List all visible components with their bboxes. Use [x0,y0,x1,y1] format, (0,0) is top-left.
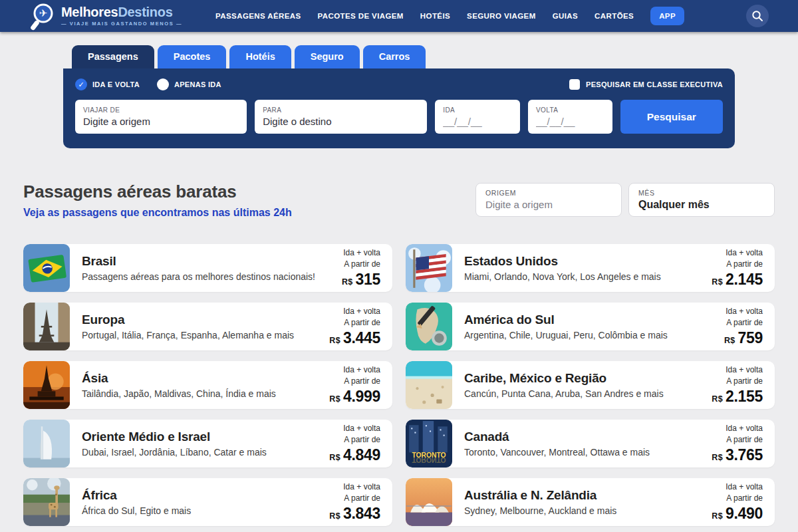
navbar-search-button[interactable] [746,5,769,27]
card-title: Brasil [82,254,332,269]
destination-card[interactable]: Ásia Tailândia, Japão, Maldivas, China, … [23,361,392,409]
price-value: 3.765 [726,446,763,464]
departure-date-field[interactable]: IDA [435,100,520,134]
tab-pacotes[interactable]: Pacotes [158,45,227,68]
from-price-label: A partir de [712,434,763,445]
nav-link[interactable]: SEGURO VIAGEM [467,12,536,20]
toronto-night-thumbnail: TORONTOTORONTO [406,420,452,467]
from-price-label: A partir de [712,259,763,269]
radio-checked-icon: ✓ [75,78,87,90]
card-price-block: Ida + volta A partir de R$ 3.843 [329,481,392,522]
from-price-label: A partir de [329,493,380,503]
asia-temple-thumbnail [23,361,70,409]
price-value: 759 [738,329,763,347]
nav-link[interactable]: GUIAS [553,12,578,20]
destination-card[interactable]: TORONTOTORONTO Canadá Toronto, Vancouver… [406,420,775,467]
price-row: R$ 9.490 [712,505,763,523]
deals-origin-input[interactable] [485,199,612,210]
search-submit-button[interactable]: Pesquisar [620,100,723,134]
from-price-label: A partir de [329,317,380,328]
from-price-label: A partir de [329,434,380,445]
destination-input[interactable] [263,116,419,127]
deals-subtitle-link[interactable]: Veja as passagens que encontramos nas úl… [23,207,292,219]
return-date-input[interactable] [536,116,604,127]
usa-flag-thumbnail [406,244,452,292]
card-price-block: Ida + volta A partir de R$ 2.145 [712,247,775,288]
tab-carros[interactable]: Carros [363,45,426,68]
price-row: R$ 759 [724,329,763,347]
tab-passagens[interactable]: Passagens [72,45,154,68]
card-title: África [82,488,320,503]
card-title: Europa [82,313,320,327]
card-title: Estados Unidos [464,254,702,269]
search-fields-row: VIAJAR DE PARA IDA VOLTA Pesquisar [75,100,723,134]
price-row: R$ 2.155 [712,388,763,406]
currency-symbol: R$ [329,336,340,345]
price-value: 315 [356,271,380,289]
nav-link[interactable]: PACOTES DE VIAGEM [318,12,404,20]
price-value: 3.843 [343,505,380,523]
destination-card[interactable]: África África do Sul, Egito e mais Ida +… [23,478,392,526]
brand-logo[interactable]: ✈ MelhoresDestinos — VIAJE MAIS GASTANDO… [29,1,182,31]
card-title: Canadá [464,430,702,444]
trip-type-options: ✓IDA E VOLTAAPENAS IDA [75,78,221,90]
trip-option[interactable]: APENAS IDA [157,78,221,90]
card-description: Miami, Orlando, Nova York, Los Angeles e… [464,271,702,282]
card-description: Portugal, Itália, França, Espanha, Alema… [82,330,320,340]
executive-class-label: PESQUISAR EM CLASSE EXECUTIVA [586,80,723,88]
dubai-hotel-thumbnail [23,420,70,467]
destination-card[interactable]: Brasil Passagens aéreas para os melhores… [23,244,392,292]
card-body: Europa Portugal, Itália, França, Espanha… [70,313,329,340]
roundtrip-label: Ida + volta [712,247,763,258]
card-price-block: Ida + volta A partir de R$ 3.765 [712,423,775,464]
card-description: Argentina, Chile, Uruguai, Peru, Colômbi… [464,330,715,340]
destination-card[interactable]: Europa Portugal, Itália, França, Espanha… [23,303,392,350]
card-body: Estados Unidos Miami, Orlando, Nova York… [452,254,712,282]
sydney-opera-thumbnail [406,478,452,526]
origin-field[interactable]: VIAJAR DE [75,100,247,134]
nav-link[interactable]: HOTÉIS [420,12,450,20]
departure-date-input[interactable] [443,116,512,127]
magnifier-airplane-logo-icon: ✈ [29,2,56,31]
deals-origin-filter[interactable]: ORIGEM [475,183,622,217]
nav-link[interactable]: PASSAGENS AÉREAS [215,12,301,20]
currency-symbol: R$ [329,453,340,462]
deals-header: Passagens aéreas baratas Veja as passage… [23,182,775,219]
destination-field[interactable]: PARA [255,100,427,134]
executive-class-checkbox[interactable]: PESQUISAR EM CLASSE EXECUTIVA [569,79,723,90]
trip-option-label: APENAS IDA [174,80,221,88]
card-title: América do Sul [464,313,715,327]
deals-month-label: MÊS [638,189,765,197]
currency-symbol: R$ [712,277,723,287]
origin-field-label: VIAJAR DE [83,106,239,114]
card-price-block: Ida + volta A partir de R$ 2.155 [712,364,775,405]
flight-search-panel: ✓IDA E VOLTAAPENAS IDA PESQUISAR EM CLAS… [63,68,735,148]
roundtrip-label: Ida + volta [724,306,763,317]
trip-option[interactable]: ✓IDA E VOLTA [75,78,140,90]
return-date-label: VOLTA [536,106,604,114]
from-price-label: A partir de [712,493,763,503]
nav-link[interactable]: CARTÕES [595,12,634,20]
card-body: Ásia Tailândia, Japão, Maldivas, China, … [70,371,329,399]
page-title: Passagens aéreas baratas [23,182,292,202]
destination-card[interactable]: Austrália e N. Zelândia Sydney, Melbourn… [406,478,775,526]
price-row: R$ 3.765 [712,446,763,464]
checkbox-icon [569,79,580,90]
destination-card[interactable]: Oriente Médio e Israel Dubai, Israel, Jo… [23,420,392,467]
destination-card[interactable]: América do Sul Argentina, Chile, Uruguai… [406,303,775,350]
origin-input[interactable] [83,116,239,127]
svg-text:✈: ✈ [39,7,48,19]
tab-hotéis[interactable]: Hotéis [229,45,291,68]
trip-option-label: IDA E VOLTA [92,80,140,88]
destination-card[interactable]: Caribe, México e Região Cancún, Punta Ca… [406,361,775,409]
deals-month-filter[interactable]: MÊS Qualquer mês [628,183,775,217]
card-description: Sydney, Melbourne, Auckland e mais [464,505,702,516]
destination-field-label: PARA [263,106,419,114]
currency-symbol: R$ [712,394,723,404]
destination-card[interactable]: Estados Unidos Miami, Orlando, Nova York… [406,244,775,292]
card-body: Caribe, México e Região Cancún, Punta Ca… [452,371,712,399]
app-button[interactable]: APP [650,7,684,25]
tab-seguro[interactable]: Seguro [295,45,360,68]
card-price-block: Ida + volta A partir de R$ 759 [724,306,775,346]
return-date-field[interactable]: VOLTA [528,100,612,134]
